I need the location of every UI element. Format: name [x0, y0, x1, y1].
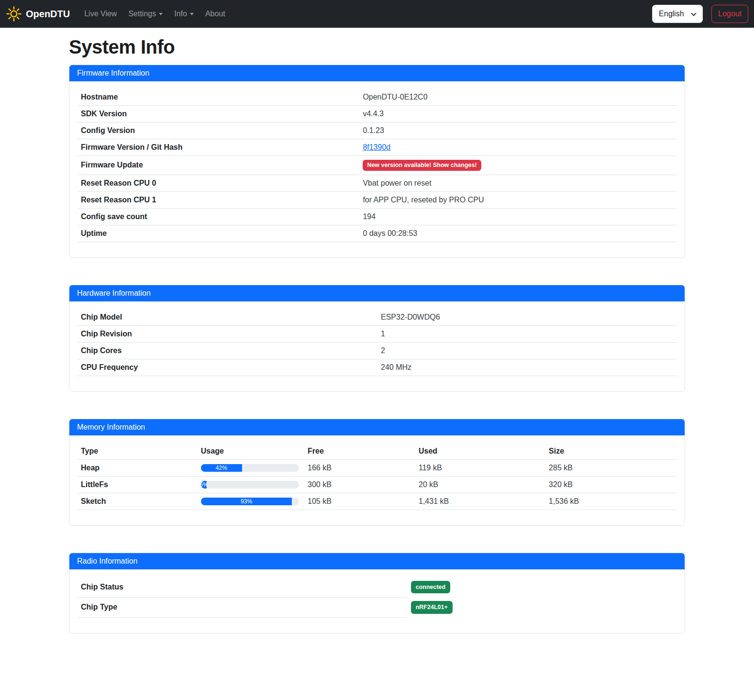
sdk-version-value: v4.4.3: [359, 106, 677, 122]
radio-card-body: Chip Status connected Chip Type nRF24L01…: [69, 569, 685, 633]
brand-label: OpenDTU: [26, 9, 70, 20]
sun-logo-icon: [6, 6, 22, 22]
sketch-usage-progressbar: 93%: [201, 498, 299, 505]
firmware-row-label: Reset Reason CPU 0: [77, 175, 359, 191]
table-row: LittleFs 6% 300 kB 20 kB 320 kB: [77, 476, 677, 493]
table-row: Firmware Version / Git Hash 8f1390d: [77, 139, 677, 156]
nav-item-info[interactable]: Info: [170, 6, 198, 22]
hardware-row-label: CPU Frequency: [77, 359, 377, 376]
heap-free-value: 166 kB: [304, 459, 415, 476]
memory-card-body: Type Usage Free Used Size Heap 42%: [69, 435, 685, 525]
firmware-card-body: Hostname OpenDTU-0E12C0 SDK Version v4.4…: [69, 81, 685, 257]
hardware-card-body: Chip Model ESP32-D0WDQ6 Chip Revision 1 …: [69, 301, 685, 391]
table-row: Config save count 194: [77, 208, 677, 225]
progress-label: 6%: [200, 481, 208, 488]
hardware-information-card: Hardware Information Chip Model ESP32-D0…: [69, 285, 685, 392]
memory-information-card: Memory Information Type Usage Free Used …: [69, 419, 685, 526]
main-container: System Info Firmware Information Hostnam…: [61, 36, 693, 633]
sketch-free-value: 105 kB: [304, 493, 415, 510]
memory-card-header: Memory Information: [69, 419, 685, 435]
table-row: Chip Type nRF24L01+: [77, 597, 677, 618]
firmware-information-card: Firmware Information Hostname OpenDTU-0E…: [69, 65, 685, 258]
chevron-down-icon: [159, 13, 163, 15]
table-row: Hostname OpenDTU-0E12C0: [77, 89, 677, 106]
logout-button[interactable]: Logout: [711, 5, 748, 23]
column-header-type: Type: [77, 443, 197, 460]
table-row: Heap 42% 166 kB 119 kB 285 kB: [77, 459, 677, 476]
chevron-down-icon: [691, 11, 696, 16]
heap-size-value: 285 kB: [545, 459, 677, 476]
brand[interactable]: OpenDTU: [6, 6, 70, 22]
radio-row-label: Chip Type: [77, 597, 407, 618]
firmware-row-label: Reset Reason CPU 1: [77, 191, 359, 208]
table-row: Config Version 0.1.23: [77, 122, 677, 139]
column-header-usage: Usage: [197, 443, 304, 460]
radio-information-card: Radio Information Chip Status connected …: [69, 553, 685, 634]
firmware-row-label: Uptime: [77, 225, 359, 242]
table-row: Sketch 93% 105 kB 1,431 kB 1,536 kB: [77, 493, 677, 510]
table-row: Chip Model ESP32-D0WDQ6: [77, 309, 677, 326]
memory-row-label: Heap: [77, 459, 197, 476]
language-select[interactable]: English: [652, 5, 703, 23]
chip-revision-value: 1: [377, 325, 677, 342]
table-row: Uptime 0 days 00:28:53: [77, 225, 677, 242]
chip-cores-value: 2: [377, 342, 677, 359]
firmware-card-header: Firmware Information: [69, 65, 685, 81]
uptime-value: 0 days 00:28:53: [359, 225, 677, 242]
hardware-card-header: Hardware Information: [69, 285, 685, 301]
firmware-table: Hostname OpenDTU-0E12C0 SDK Version v4.4…: [77, 89, 677, 242]
radio-row-label: Chip Status: [77, 577, 407, 598]
firmware-row-label: Config Version: [77, 122, 359, 139]
table-row: Chip Cores 2: [77, 342, 677, 359]
sketch-size-value: 1,536 kB: [545, 493, 677, 510]
littlefs-used-value: 20 kB: [415, 476, 545, 493]
config-save-count-value: 194: [359, 208, 677, 225]
table-row: Chip Status connected: [77, 577, 677, 598]
table-row: Chip Revision 1: [77, 325, 677, 342]
memory-header-row: Type Usage Free Used Size: [77, 443, 677, 460]
firmware-row-label: Firmware Update: [77, 156, 359, 175]
config-version-value: 0.1.23: [359, 122, 677, 139]
memory-row-label: Sketch: [77, 493, 197, 510]
hardware-row-label: Chip Cores: [77, 342, 377, 359]
nav-item-about[interactable]: About: [201, 6, 229, 22]
nav-item-live-view[interactable]: Live View: [80, 6, 121, 22]
column-header-size: Size: [545, 443, 677, 460]
table-row: Reset Reason CPU 0 Vbat power on reset: [77, 175, 677, 191]
nav-item-settings[interactable]: Settings: [124, 6, 166, 22]
table-row: SDK Version v4.4.3: [77, 106, 677, 122]
heap-usage-progressbar: 42%: [201, 464, 299, 472]
reset-reason-cpu0-value: Vbat power on reset: [359, 175, 677, 191]
chip-model-value: ESP32-D0WDQ6: [377, 309, 677, 326]
littlefs-size-value: 320 kB: [545, 476, 677, 493]
hardware-row-label: Chip Model: [77, 309, 377, 326]
nav-item-live-view-label: Live View: [84, 10, 117, 18]
firmware-row-label: SDK Version: [77, 106, 359, 122]
radio-card-header: Radio Information: [69, 553, 685, 569]
chip-type-badge: nRF24L01+: [411, 601, 453, 614]
firmware-row-label: Hostname: [77, 89, 359, 106]
sketch-used-value: 1,431 kB: [415, 493, 545, 510]
chevron-down-icon: [190, 13, 194, 15]
column-header-free: Free: [304, 443, 415, 460]
radio-table: Chip Status connected Chip Type nRF24L01…: [77, 577, 677, 618]
chip-status-badge: connected: [411, 581, 451, 594]
cpu-frequency-value: 240 MHz: [377, 359, 677, 376]
hardware-table: Chip Model ESP32-D0WDQ6 Chip Revision 1 …: [77, 309, 677, 376]
heap-used-value: 119 kB: [415, 459, 545, 476]
progress-label: 93%: [241, 498, 252, 505]
table-row: Reset Reason CPU 1 for APP CPU, reseted …: [77, 191, 677, 208]
hardware-row-label: Chip Revision: [77, 325, 377, 342]
top-navbar: OpenDTU Live View Settings Info About En…: [0, 0, 754, 28]
language-select-value: English: [659, 10, 684, 18]
git-hash-link[interactable]: 8f1390d: [363, 143, 390, 151]
progress-label: 42%: [216, 465, 227, 471]
navbar-right: English Logout: [652, 5, 748, 23]
littlefs-free-value: 300 kB: [304, 476, 415, 493]
littlefs-usage-progressbar: 6%: [201, 481, 299, 489]
firmware-row-label: Config save count: [77, 208, 359, 225]
firmware-row-label: Firmware Version / Git Hash: [77, 139, 359, 156]
firmware-update-badge[interactable]: New version available! Show changes!: [363, 160, 481, 171]
nav-links: Live View Settings Info About: [78, 6, 231, 22]
memory-table: Type Usage Free Used Size Heap 42%: [77, 443, 677, 510]
